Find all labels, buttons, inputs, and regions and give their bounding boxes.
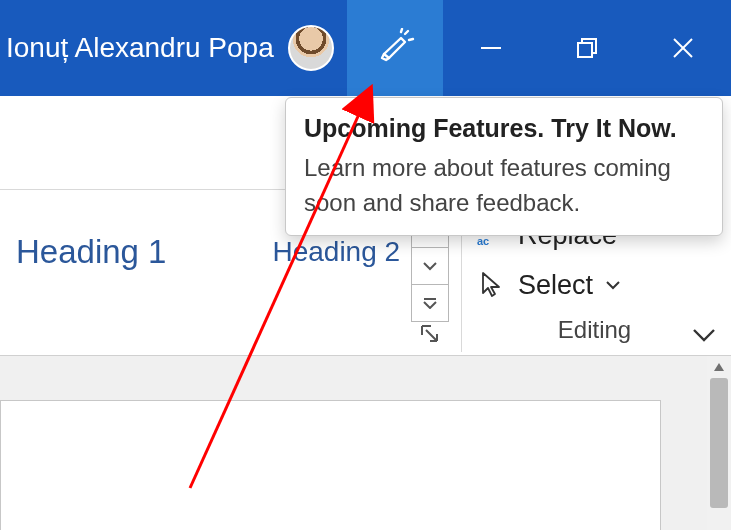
- svg-rect-4: [578, 43, 592, 57]
- triangle-up-icon: [713, 362, 725, 372]
- chevron-down-icon: [605, 275, 621, 296]
- tooltip-body: Learn more about features coming soon an…: [304, 151, 704, 221]
- megaphone-icon: [375, 28, 415, 68]
- svg-marker-10: [714, 363, 724, 371]
- style-heading-2[interactable]: Heading 2: [256, 230, 416, 274]
- chevron-bar-down-icon: [422, 297, 438, 309]
- svg-text:ac: ac: [477, 235, 489, 247]
- vertical-scrollbar[interactable]: [707, 356, 731, 530]
- upcoming-features-tooltip: Upcoming Features. Try It Now. Learn mor…: [285, 97, 723, 236]
- select-label: Select: [518, 270, 593, 301]
- select-button[interactable]: Select: [476, 260, 713, 310]
- svg-line-2: [401, 29, 402, 32]
- scroll-thumb[interactable]: [710, 378, 728, 508]
- tooltip-title: Upcoming Features. Try It Now.: [304, 114, 704, 143]
- styles-expand[interactable]: [411, 284, 449, 322]
- restore-icon: [574, 35, 600, 61]
- editing-group-expand[interactable]: [691, 326, 717, 348]
- svg-line-0: [405, 31, 408, 34]
- document-page[interactable]: [0, 400, 661, 530]
- chevron-down-icon: [691, 326, 717, 344]
- editing-group-label-row: Editing: [476, 316, 713, 344]
- restore-button[interactable]: [539, 0, 635, 96]
- close-icon: [670, 35, 696, 61]
- upcoming-features-button[interactable]: [347, 0, 443, 96]
- cursor-icon: [476, 271, 508, 299]
- minimize-button[interactable]: [443, 0, 539, 96]
- dialog-launcher-icon: [419, 323, 441, 345]
- user-name[interactable]: Ionuț Alexandru Popa: [6, 32, 274, 64]
- close-button[interactable]: [635, 0, 731, 96]
- svg-line-1: [409, 39, 413, 40]
- chevron-down-icon: [422, 260, 438, 272]
- window-buttons: [347, 0, 731, 96]
- document-area: [0, 356, 731, 530]
- scroll-up-button[interactable]: [707, 356, 731, 378]
- editing-group-label: Editing: [558, 316, 631, 344]
- title-bar: Ionuț Alexandru Popa: [0, 0, 731, 96]
- avatar[interactable]: [288, 25, 334, 71]
- styles-scroll-down[interactable]: [411, 247, 449, 285]
- style-heading-1[interactable]: Heading 1: [0, 227, 182, 277]
- minimize-icon: [478, 35, 504, 61]
- styles-dialog-launcher[interactable]: [416, 320, 444, 348]
